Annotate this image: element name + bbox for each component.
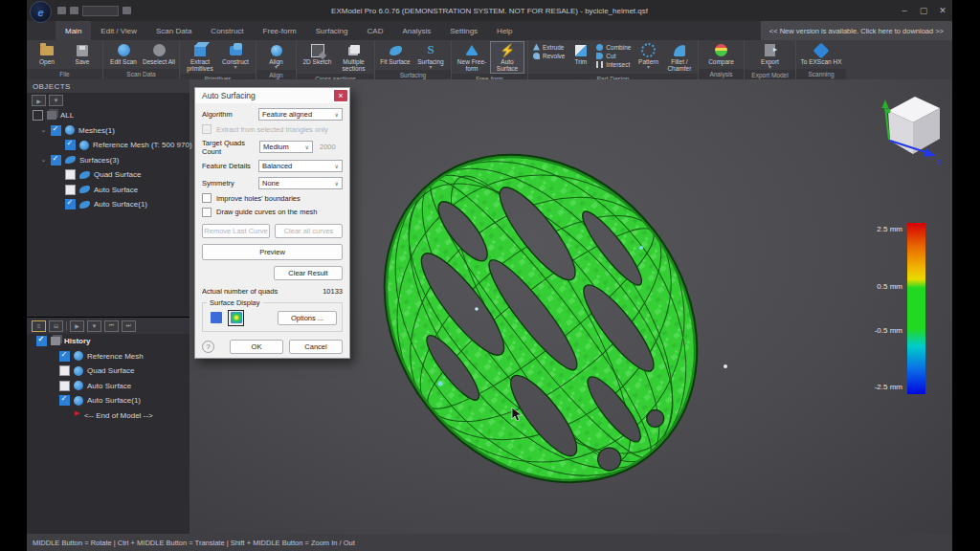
minimize-button[interactable]: – xyxy=(895,0,914,21)
menu-tab-analysis[interactable]: Analysis xyxy=(392,21,440,40)
save-button[interactable]: Save xyxy=(65,41,100,66)
update-notification[interactable]: << New version is available. Click here … xyxy=(761,21,952,40)
edit-scan-button[interactable]: Edit Scan xyxy=(106,41,141,66)
align-icon xyxy=(269,43,284,57)
construct-button[interactable]: Construct ▾ xyxy=(218,41,253,70)
fit-surface-button[interactable]: Fit Surface xyxy=(378,41,412,66)
trim-button[interactable]: Trim xyxy=(568,41,593,66)
ok-button[interactable]: OK xyxy=(230,340,283,354)
checkbox[interactable] xyxy=(65,199,76,209)
improve-holes-checkbox[interactable] xyxy=(202,193,212,203)
2d-sketch-button[interactable]: 2D Sketch xyxy=(300,41,335,66)
auto-surface-button[interactable]: ⚡ Auto Surface xyxy=(490,41,524,74)
maximize-button[interactable]: ▢ xyxy=(914,0,933,21)
clear-all-curves-button[interactable]: Clear all curves xyxy=(275,224,343,238)
tree-item-meshes[interactable]: ⌄ Meshes(1) xyxy=(27,123,189,139)
target-quads-select[interactable]: Medium ∨ xyxy=(259,141,313,153)
symmetry-select[interactable]: None ∨ xyxy=(258,177,343,189)
view-cube[interactable]: z xyxy=(879,84,951,168)
clear-result-button[interactable]: Clear Result xyxy=(274,266,343,280)
tree-item-all[interactable]: ALL xyxy=(27,108,189,123)
to-exscan-hx-button[interactable]: To EXScan HX xyxy=(799,41,843,66)
tree-view-icon[interactable]: ⊟ xyxy=(49,320,63,332)
align-button[interactable]: Align ▾ xyxy=(259,41,293,70)
history-item-reference-mesh[interactable]: Reference Mesh xyxy=(27,349,189,364)
menu-tab-cad[interactable]: CAD xyxy=(358,21,393,40)
surfacing-button[interactable]: S Surfacing ▾ xyxy=(413,41,448,70)
quick-access-icon-2[interactable] xyxy=(70,7,78,14)
history-item-quad-surface[interactable]: Quad Surface xyxy=(27,364,189,379)
history-item-auto-surface-1[interactable]: Auto Surface(1) xyxy=(27,393,189,408)
tree-item-surfaces[interactable]: ⌄ Surfaces(3) xyxy=(27,153,189,168)
funnel-filter-icon[interactable]: ▼ xyxy=(87,320,101,332)
quick-access-icon-3[interactable] xyxy=(122,7,131,14)
menu-tab-free-form[interactable]: Free-form xyxy=(254,21,306,40)
extract-checkbox[interactable] xyxy=(202,124,212,134)
tree-item-quad-surface[interactable]: Quad Surface xyxy=(27,167,189,183)
deviation-display-button[interactable] xyxy=(228,310,244,326)
history-item-end-of-model[interactable]: <-- End of Model --> xyxy=(27,408,189,424)
expand-arrow-icon[interactable]: ⌄ xyxy=(40,126,47,134)
algorithm-select[interactable]: Feature aligned ∨ xyxy=(258,108,343,121)
remove-last-curve-button[interactable]: Remove Last Curve xyxy=(202,224,270,238)
menu-tab-edit-view[interactable]: Edit / View xyxy=(91,21,146,40)
plain-display-button[interactable] xyxy=(208,310,224,326)
history-item-auto-surface[interactable]: Auto Surface xyxy=(27,379,189,394)
checkbox[interactable] xyxy=(65,140,76,150)
feature-details-select[interactable]: Balanced ∨ xyxy=(258,160,343,172)
extract-primitives-button[interactable]: Extract primitives xyxy=(183,41,217,74)
play-filter-icon[interactable]: ▶ xyxy=(70,320,84,332)
checkbox[interactable] xyxy=(59,365,70,376)
close-button[interactable]: ✕ xyxy=(933,0,952,21)
tree-item-reference-mesh[interactable]: Reference Mesh (T: 500 970) xyxy=(27,138,189,153)
dialog-title-bar[interactable]: Auto Surfacing × xyxy=(195,88,349,103)
checkbox[interactable] xyxy=(51,155,61,165)
checkbox[interactable] xyxy=(65,185,76,195)
menu-tab-scan-data[interactable]: Scan Data xyxy=(146,21,201,40)
checkbox[interactable] xyxy=(59,381,70,391)
checkbox[interactable] xyxy=(51,125,61,136)
checkbox[interactable] xyxy=(59,395,70,406)
deselect-all-button[interactable]: Deselect All xyxy=(142,41,176,66)
cancel-button[interactable]: Cancel xyxy=(289,340,343,354)
pattern-button[interactable]: Pattern ▾ xyxy=(634,41,662,70)
quick-access-icon-1[interactable] xyxy=(57,7,66,14)
list-view-icon[interactable]: ≡ xyxy=(32,320,46,332)
fillet-chamfer-button[interactable]: Fillet / Chamfer xyxy=(664,41,695,74)
export-button[interactable]: Export ▾ xyxy=(752,41,788,70)
extrude-button[interactable]: Extrude xyxy=(533,43,565,51)
checkbox[interactable] xyxy=(59,351,70,362)
cut-button[interactable]: Cut xyxy=(596,52,631,59)
checkbox[interactable] xyxy=(65,169,76,180)
combine-button[interactable]: Combine xyxy=(596,43,631,51)
play-filter-icon[interactable]: ▶ xyxy=(32,95,46,106)
preview-button[interactable]: Preview xyxy=(202,244,343,260)
tree-item-auto-surface[interactable]: Auto Surface xyxy=(27,183,189,198)
menu-tab-help[interactable]: Help xyxy=(487,21,522,40)
divider xyxy=(66,321,67,331)
multiple-sections-button[interactable]: Multiple sections xyxy=(336,41,371,74)
menu-tab-construct[interactable]: Construct xyxy=(201,21,253,40)
help-icon[interactable]: ? xyxy=(202,341,214,353)
tree-item-auto-surface-1[interactable]: Auto Surface(1) xyxy=(27,197,189,212)
checkbox[interactable] xyxy=(33,110,43,121)
revolve-button[interactable]: Revolve xyxy=(533,52,565,59)
menu-tab-surfacing[interactable]: Surfacing xyxy=(306,21,358,40)
funnel-filter-icon[interactable]: ▼ xyxy=(49,95,63,106)
draw-guide-curves-checkbox[interactable] xyxy=(202,208,212,217)
open-button[interactable]: Open xyxy=(30,41,64,66)
checkbox[interactable] xyxy=(36,336,47,346)
menu-tab-settings[interactable]: Settings xyxy=(440,21,487,40)
new-free-form-button[interactable]: New Free-form xyxy=(455,41,489,74)
intersect-button[interactable]: Intersect xyxy=(596,60,631,68)
history-root[interactable]: History xyxy=(27,334,189,349)
dialog-close-icon[interactable]: × xyxy=(334,90,347,101)
compare-button[interactable]: Compare xyxy=(702,41,741,66)
menu-tab-main[interactable]: Main xyxy=(56,21,91,40)
expand-arrow-icon[interactable]: ⌄ xyxy=(40,156,47,164)
app-logo-icon[interactable]: e xyxy=(30,1,52,23)
options-button[interactable]: Options ... xyxy=(278,311,337,325)
step-last-icon[interactable]: ⏭ xyxy=(122,320,136,332)
colorbar-label-min: -2.5 mm xyxy=(850,383,902,391)
step-first-icon[interactable]: ⏮ xyxy=(104,320,119,332)
